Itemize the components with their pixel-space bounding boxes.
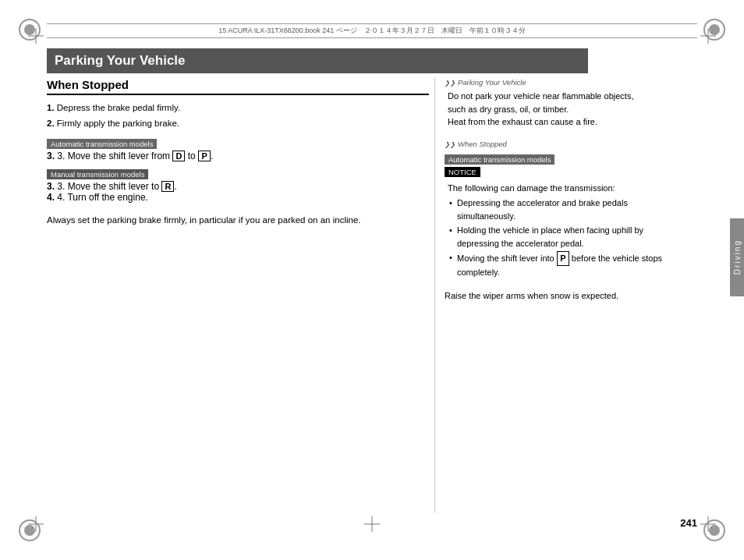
- bullet-3: Moving the shift lever into P before the…: [449, 251, 686, 278]
- main-content: When Stopped 1. Depress the brake pedal …: [47, 78, 429, 513]
- page-title: Parking Your Vehicle: [55, 53, 580, 69]
- bullet-2: Holding the vehicle in place when facing…: [449, 224, 686, 250]
- notice-label: NOTICE: [445, 167, 480, 177]
- manual-label: Manual transmission models: [47, 169, 148, 179]
- p-key: P: [198, 151, 211, 161]
- column-separator: [434, 78, 435, 513]
- auto-label: Automatic transmission models: [47, 139, 157, 149]
- notice-when-stopped: When Stopped Automatic transmission mode…: [445, 140, 686, 279]
- notice-parking: Parking Your Vehicle Do not park your ve…: [445, 78, 686, 129]
- title-section: Parking Your Vehicle: [47, 48, 588, 73]
- header-bar: 15 ACURA ILX-31TX66200.book 241 ページ ２０１４…: [47, 23, 697, 38]
- side-tab-label: Driving: [733, 239, 742, 275]
- notice2-auto-label: Automatic transmission models: [445, 154, 554, 165]
- circle-mark-tr: [703, 19, 725, 41]
- notice2-intro: The following can damage the transmissio…: [445, 182, 686, 279]
- side-tab: Driving: [730, 218, 744, 296]
- page-container: 15 ACURA ILX-31TX66200.book 241 ページ ２０１４…: [0, 0, 744, 560]
- notice1-header: Parking Your Vehicle: [445, 78, 686, 87]
- file-info: 15 ACURA ILX-31TX66200.book 241 ページ ２０１４…: [218, 26, 526, 36]
- notice2-header: When Stopped: [445, 140, 686, 148]
- circle-mark-br: [703, 519, 725, 541]
- right-content: Parking Your Vehicle Do not park your ve…: [445, 78, 686, 513]
- step4: 4. 4. Turn off the engine.: [47, 192, 148, 203]
- damage-list: Depressing the accelerator and brake ped…: [448, 197, 686, 278]
- page-number: 241: [680, 517, 697, 529]
- p-key-notice: P: [557, 251, 569, 266]
- bullet-1: Depressing the accelerator and brake ped…: [449, 197, 686, 222]
- always-note: Always set the parking brake firmly, in …: [47, 214, 429, 227]
- circle-mark-bl: [19, 519, 41, 541]
- d-key: D: [172, 151, 185, 161]
- r-key: R: [161, 181, 174, 192]
- auto-transmission-block: Automatic transmission models 3. 3. Move…: [47, 136, 429, 161]
- raise-wiper: Raise the wiper arms when snow is expect…: [445, 289, 686, 303]
- notice1-text: Do not park your vehicle near flammable …: [445, 90, 686, 129]
- section-heading: When Stopped: [47, 78, 429, 95]
- step-2: 2. Firmly apply the parking brake.: [47, 117, 429, 130]
- crosshair-bottom: [364, 516, 380, 532]
- step-1: 1. Depress the brake pedal firmly.: [47, 101, 429, 115]
- manual-transmission-block: Manual transmission models 3. 3. Move th…: [47, 166, 429, 203]
- manual-step3: 3. 3. Move the shift lever to R.: [47, 181, 177, 192]
- initial-steps: 1. Depress the brake pedal firmly. 2. Fi…: [47, 101, 429, 131]
- circle-mark-tl: [19, 19, 41, 41]
- auto-step3: 3. 3. Move the shift lever from D to P.: [47, 151, 213, 161]
